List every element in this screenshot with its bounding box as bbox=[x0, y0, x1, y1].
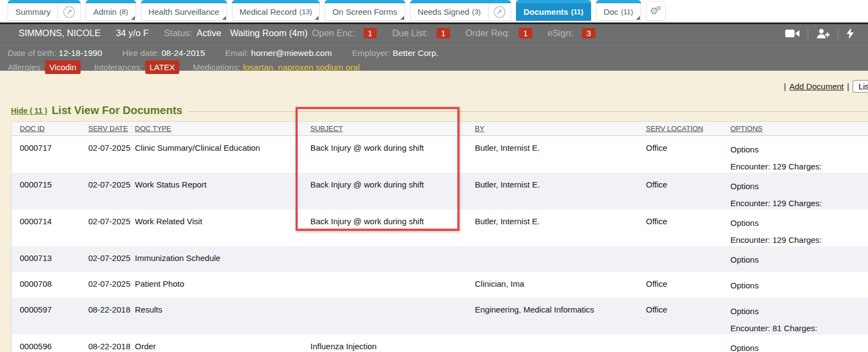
col-serv-location[interactable]: SERV LOCATION bbox=[646, 124, 730, 133]
email-label: Email: bbox=[225, 48, 248, 58]
tab-summary[interactable]: Summary ↗ bbox=[8, 0, 81, 21]
table-row[interactable]: 0000714 02-07-2025 Work Related Visit Ba… bbox=[12, 209, 868, 246]
col-by[interactable]: BY bbox=[475, 124, 646, 133]
table-row[interactable]: 0000596 08-22-2018 Order Influenza Injec… bbox=[12, 334, 868, 352]
options-menu[interactable]: Options bbox=[730, 218, 759, 228]
tab-summary-popout-button[interactable]: ↗ bbox=[58, 0, 80, 20]
due-list-badge[interactable]: 1 bbox=[436, 28, 450, 38]
doc-type: Immunization Schedule bbox=[135, 246, 310, 272]
options-menu[interactable]: Options bbox=[730, 145, 759, 154]
status-label: Status: bbox=[164, 28, 192, 38]
encounter-info[interactable]: Encounter: 129 Charges: bbox=[730, 162, 868, 171]
table-row[interactable]: 0000597 08-22-2018 Results Engineering, … bbox=[12, 298, 868, 334]
tab-admin[interactable]: Admin (8) bbox=[86, 0, 135, 21]
subject: Back Injury @ work during shift bbox=[310, 173, 475, 209]
tab-count: (8) bbox=[120, 8, 128, 16]
user-initials-text: TE bbox=[862, 29, 868, 38]
tab-on-screen-forms[interactable]: On Screen Forms bbox=[325, 0, 405, 21]
quick-actions-button[interactable] bbox=[838, 28, 862, 39]
add-person-button[interactable] bbox=[808, 29, 838, 38]
hire-date-label: Hire date: bbox=[122, 48, 159, 58]
options-menu[interactable]: Options bbox=[730, 281, 759, 290]
documents-section-header: Hide ( 11 ) List View For Documents bbox=[11, 104, 868, 117]
heading-rule bbox=[187, 111, 868, 112]
settings-button[interactable]: ⚙ ⚙ bbox=[646, 1, 666, 21]
serv-date: 08-22-2018 bbox=[88, 298, 135, 334]
doc-type: Patient Photo bbox=[135, 272, 310, 298]
by: Butler, Internist E. bbox=[475, 173, 646, 209]
tab-summary-label: Summary bbox=[15, 7, 50, 16]
options-menu[interactable]: Options bbox=[730, 343, 759, 352]
options-menu[interactable]: Options bbox=[730, 306, 759, 316]
col-doc-id[interactable]: DOC ID bbox=[20, 124, 88, 133]
doc-type: Results bbox=[135, 298, 310, 334]
doc-id: 0000713 bbox=[20, 246, 88, 272]
serv-date: 02-07-2025 bbox=[88, 209, 135, 246]
allergies-label: Allergies: bbox=[8, 63, 43, 72]
lightning-bolt-icon bbox=[847, 28, 854, 39]
encounter-info[interactable]: Encounter: 81 Charges: bbox=[730, 323, 868, 333]
order-req-badge[interactable]: 1 bbox=[519, 28, 532, 38]
open-enc-label: Open Enc: bbox=[312, 28, 355, 38]
subject: Influenza Injection bbox=[310, 334, 475, 352]
due-list-label: Due List: bbox=[392, 28, 428, 38]
doc-id: 0000715 bbox=[20, 173, 88, 209]
separator: | bbox=[784, 82, 786, 91]
allergy-badge[interactable]: Vicodin bbox=[45, 60, 81, 74]
serv-location: Office bbox=[646, 136, 730, 173]
medications-list[interactable]: losartan, naproxen sodium oral bbox=[243, 63, 360, 72]
col-options[interactable]: OPTIONS bbox=[730, 124, 868, 133]
table-row[interactable]: 0000715 02-07-2025 Work Status Report Ba… bbox=[12, 173, 868, 209]
serv-date: 08-22-2018 bbox=[88, 334, 135, 352]
tab-doc[interactable]: Doc (11) bbox=[596, 0, 641, 21]
by bbox=[475, 246, 646, 272]
tab-needs-signed[interactable]: Needs Signed (3) ↗ bbox=[410, 0, 511, 21]
add-document-link[interactable]: Add Document bbox=[790, 82, 844, 91]
external-link-icon: ↗ bbox=[493, 6, 506, 18]
document-toolbar: | Add Document | List bbox=[784, 80, 868, 93]
subject: Back Injury @ work during shift bbox=[310, 136, 475, 173]
separator: | bbox=[847, 82, 849, 91]
serv-date: 02-07-2025 bbox=[88, 272, 135, 298]
tab-documents-active[interactable]: Documents (11) bbox=[516, 0, 591, 21]
documents-table: DOC ID SERV DATE DOC TYPE SUBJECT BY SER… bbox=[11, 121, 868, 352]
gear-icon: ⚙ bbox=[656, 5, 661, 12]
employer-label: Employer: bbox=[352, 48, 390, 58]
encounter-info[interactable]: Encounter: 129 Charges: bbox=[730, 198, 868, 208]
col-doc-type[interactable]: DOC TYPE bbox=[135, 124, 310, 133]
status-value: Active bbox=[196, 28, 221, 38]
intolerance-badge[interactable]: LATEX bbox=[145, 60, 179, 74]
tab-medical-record[interactable]: Medical Record (13) bbox=[232, 0, 320, 21]
doc-id: 0000714 bbox=[20, 209, 88, 246]
doc-type: Work Status Report bbox=[135, 173, 310, 209]
subject: Back Injury @ work during shift bbox=[310, 209, 475, 246]
options-menu[interactable]: Options bbox=[730, 255, 759, 264]
hire-date-value: 08-24-2015 bbox=[162, 48, 205, 58]
open-enc-badge[interactable]: 1 bbox=[364, 28, 377, 38]
hide-link[interactable]: Hide ( 11 ) bbox=[11, 106, 47, 115]
col-subject[interactable]: SUBJECT bbox=[310, 124, 475, 133]
doc-id: 0000596 bbox=[20, 334, 88, 352]
serv-location bbox=[646, 334, 730, 352]
col-serv-date[interactable]: SERV DATE bbox=[88, 124, 135, 133]
encounter-info[interactable]: Encounter: 129 Charges: bbox=[730, 235, 868, 245]
esign-badge[interactable]: 3 bbox=[582, 28, 595, 38]
by bbox=[475, 334, 646, 352]
dob-value: 12-18-1990 bbox=[59, 48, 102, 58]
options-menu[interactable]: Options bbox=[730, 181, 759, 191]
medications-label: Medications: bbox=[193, 63, 241, 72]
order-req-label: Order Req: bbox=[466, 28, 510, 38]
subject bbox=[310, 272, 475, 298]
intolerances-label: Intolerances: bbox=[94, 63, 143, 72]
tab-health-surveillance[interactable]: Health Surveillance bbox=[141, 0, 227, 21]
patient-name: SIMMONS, NICOLE bbox=[19, 28, 100, 38]
subject bbox=[310, 298, 475, 334]
by: Engineering, Medical Informatics bbox=[475, 298, 646, 334]
tab-needs-signed-popout-button[interactable]: ↗ bbox=[488, 0, 510, 20]
subject bbox=[310, 246, 475, 272]
table-row[interactable]: 0000708 02-07-2025 Patient Photo Clinici… bbox=[12, 272, 868, 298]
video-call-button[interactable] bbox=[777, 29, 808, 38]
table-row[interactable]: 0000713 02-07-2025 Immunization Schedule… bbox=[12, 246, 868, 272]
table-row[interactable]: 0000717 02-07-2025 Clinic Summary/Clinic… bbox=[12, 136, 868, 173]
list-view-button[interactable]: List bbox=[853, 80, 868, 93]
